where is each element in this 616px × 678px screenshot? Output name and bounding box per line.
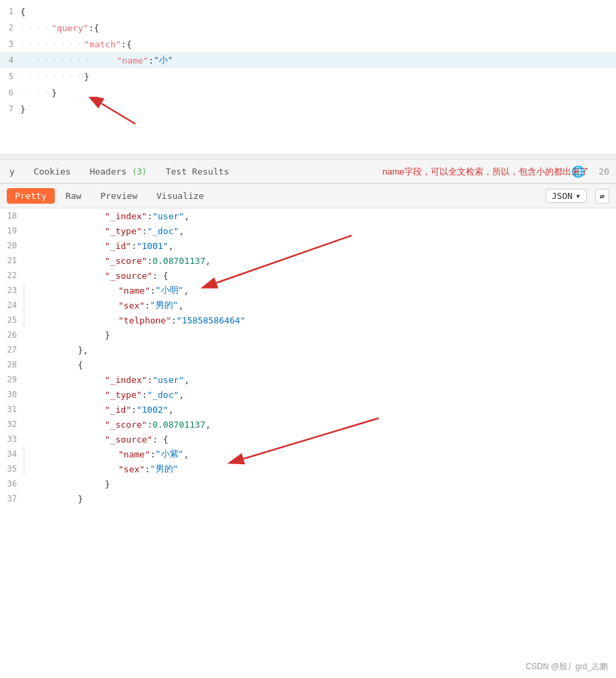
tab-y[interactable]: y bbox=[7, 161, 18, 183]
code-punct-3: :{ bbox=[121, 39, 132, 49]
json-line-25: 25 "telphone": "15858586464" bbox=[0, 313, 616, 327]
json-line-22: 22 "_source": { bbox=[0, 268, 616, 283]
ln-35: 35 bbox=[0, 464, 24, 474]
tab-raw[interactable]: Raw bbox=[57, 188, 89, 204]
code-line-2: 2 · · · · "query":{ bbox=[0, 20, 616, 36]
json-line-24: 24 "sex": "男的", bbox=[0, 298, 616, 313]
json-line-33: 33 "_source": { bbox=[0, 432, 616, 447]
ln-21: 21 bbox=[0, 256, 24, 265]
jv-34: "小紫" bbox=[156, 448, 184, 460]
jv-25: "15858586464" bbox=[176, 315, 245, 325]
code-key-2: "query" bbox=[51, 23, 89, 33]
response-toolbar: Pretty Raw Preview Visualize JSON ▾ ⇌ bbox=[0, 184, 616, 208]
jv-27: }, bbox=[78, 345, 89, 355]
json-line-26: 26 } bbox=[0, 327, 616, 342]
jv-26: } bbox=[105, 330, 110, 340]
jv-23: "小明" bbox=[156, 284, 184, 296]
code-line-4: 4 · · · · · · · · · · · · "name":"小" bbox=[0, 52, 616, 68]
dots-6: · · · · bbox=[20, 89, 49, 97]
dots-4: · · · · · · · · · · · · bbox=[20, 57, 114, 64]
json-line-32: 32 "_score": 0.08701137, bbox=[0, 417, 616, 432]
json-line-19: 19 "_type": "_doc", bbox=[0, 223, 616, 238]
ln-31: 31 bbox=[0, 405, 24, 414]
tab-cookies[interactable]: Cookies bbox=[31, 161, 74, 183]
ln-32: 32 bbox=[0, 420, 24, 429]
code-key-3: "match" bbox=[84, 39, 121, 49]
tab-preview[interactable]: Preview bbox=[92, 188, 145, 204]
jk-19: "_type" bbox=[105, 226, 142, 236]
code-punct-2: :{ bbox=[89, 23, 99, 33]
jk-21: "_score" bbox=[105, 256, 147, 266]
ln-36: 36 bbox=[0, 479, 24, 489]
ln-27: 27 bbox=[0, 345, 24, 355]
ln-33: 33 bbox=[0, 434, 24, 444]
format-label: JSON bbox=[552, 191, 573, 201]
jk-29: "_index" bbox=[105, 375, 147, 385]
code-punct-4: : bbox=[148, 55, 153, 66]
json-response[interactable]: 18 "_index": "user", 19 "_type": "_doc",… bbox=[0, 208, 616, 663]
json-line-35: 35 "sex": "男的" bbox=[0, 461, 616, 476]
code-content-1: { bbox=[20, 7, 26, 17]
json-line-31: 31 "_id": "1002", bbox=[0, 402, 616, 417]
jv-37: } bbox=[78, 494, 83, 504]
ln-37: 37 bbox=[0, 494, 24, 503]
tab-bar-wrapper: y Cookies Headers (3) Test Results 🌐 20 … bbox=[0, 160, 616, 184]
ln-30: 30 bbox=[0, 390, 24, 399]
json-line-29: 29 "_index": "user", bbox=[0, 372, 616, 387]
json-line-34: 34 "name": "小紫", bbox=[0, 447, 616, 461]
jk-34: "name" bbox=[118, 449, 150, 459]
json-line-27: 27 }, bbox=[0, 342, 616, 357]
ln-25: 25 bbox=[0, 315, 24, 325]
line-number-6: 6 bbox=[0, 88, 20, 97]
headers-badge: (3) bbox=[132, 167, 147, 177]
ln-19: 19 bbox=[0, 226, 24, 235]
line-number-5: 5 bbox=[0, 72, 20, 81]
line-number-3: 3 bbox=[0, 39, 20, 49]
jv-18: "user" bbox=[152, 211, 184, 221]
watermark: CSDN @殷丿grd_志鹏 bbox=[525, 661, 608, 673]
line-number-4: 4 bbox=[0, 55, 20, 65]
code-line-5: 5 · · · · · · · · } bbox=[0, 68, 616, 85]
jv-28: { bbox=[78, 360, 83, 370]
jv-19: "_doc" bbox=[147, 226, 179, 236]
code-line-3: 3 · · · · · · · · "match":{ bbox=[0, 36, 616, 52]
jv-20: "1001" bbox=[137, 241, 168, 251]
code-key-4: "name" bbox=[116, 55, 148, 66]
dots-3: · · · · · · · · bbox=[20, 41, 81, 48]
tab-test-results[interactable]: Test Results bbox=[163, 161, 232, 183]
code-content-5: } bbox=[84, 72, 89, 82]
jk-25: "telphone" bbox=[118, 315, 171, 325]
wrap-button[interactable]: ⇌ bbox=[595, 189, 609, 204]
tab-visualize[interactable]: Visualize bbox=[148, 188, 212, 204]
tab-pretty[interactable]: Pretty bbox=[7, 188, 55, 204]
jk-35: "sex" bbox=[118, 464, 145, 474]
jv-29: "user" bbox=[152, 375, 184, 385]
json-line-20: 20 "_id": "1001", bbox=[0, 238, 616, 253]
jv-30: "_doc" bbox=[147, 390, 179, 400]
code-line-1: 1 { bbox=[0, 3, 616, 20]
json-line-21: 21 "_score": 0.08701137, bbox=[0, 253, 616, 268]
dropdown-arrow-icon: ▾ bbox=[575, 191, 581, 201]
format-selector[interactable]: JSON ▾ bbox=[546, 189, 587, 203]
json-line-36: 36 } bbox=[0, 476, 616, 491]
jk-31: "_id" bbox=[105, 405, 131, 415]
jk-23: "name" bbox=[118, 286, 150, 296]
line-number-1: 1 bbox=[0, 7, 20, 16]
json-line-28: 28 { bbox=[0, 357, 616, 372]
ln-26: 26 bbox=[0, 330, 24, 340]
jk-22: "_source" bbox=[105, 271, 152, 281]
jv-35: "男的" bbox=[150, 463, 179, 475]
ln-22: 22 bbox=[0, 271, 24, 280]
json-line-30: 30 "_type": "_doc", bbox=[0, 387, 616, 402]
tab-headers[interactable]: Headers (3) bbox=[87, 161, 149, 183]
arrow-annotation-top bbox=[0, 117, 616, 151]
arrow-svg-top bbox=[68, 97, 203, 131]
dots-5: · · · · · · · · bbox=[20, 73, 81, 81]
code-content-7: } bbox=[20, 104, 26, 114]
code-content-6: } bbox=[51, 88, 57, 98]
jv-31: "1002" bbox=[137, 405, 168, 415]
ln-28: 28 bbox=[0, 360, 24, 369]
jk-24: "sex" bbox=[118, 300, 145, 311]
jv-32: 0.08701137 bbox=[152, 420, 205, 430]
code-value-4: "小" bbox=[153, 54, 173, 66]
